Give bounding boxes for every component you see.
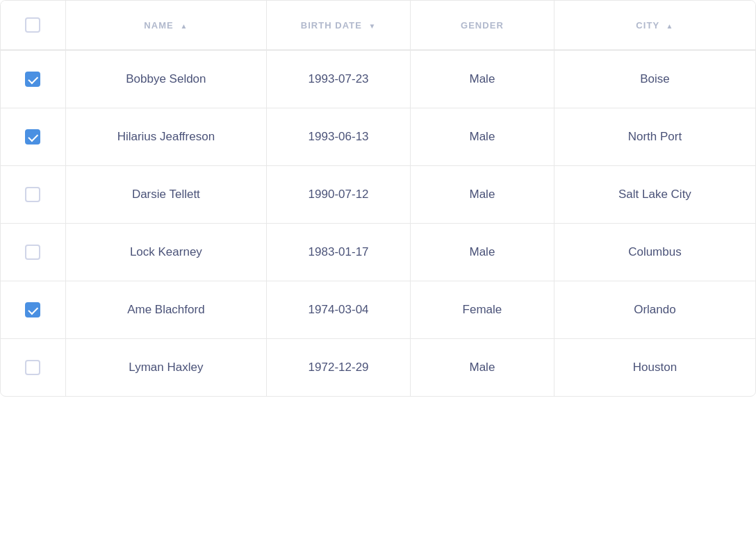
row-3-city: Salt Lake City <box>554 166 755 224</box>
row-1-gender: Male <box>411 50 554 108</box>
row-2-gender: Male <box>411 108 554 166</box>
row-3-gender: Male <box>411 166 554 224</box>
row-1-name: Bobbye Seldon <box>65 50 267 108</box>
row-4-city: Columbus <box>554 224 755 281</box>
city-header-label: CITY <box>636 20 659 31</box>
birth-date-column-header[interactable]: BIRTH DATE <box>267 1 411 50</box>
row-6-checkbox-cell <box>1 339 65 397</box>
table-row: Hilarius Jeaffreson1993-06-13MaleNorth P… <box>1 108 755 166</box>
select-all-header[interactable] <box>1 1 65 50</box>
row-2-city: North Port <box>554 108 755 166</box>
table-row: Bobbye Seldon1993-07-23MaleBoise <box>1 50 755 108</box>
birth-date-header-label: BIRTH DATE <box>301 20 362 31</box>
row-6-gender: Male <box>411 339 554 397</box>
row-5-checkbox-cell <box>1 281 65 339</box>
records-table: NAME BIRTH DATE GENDER CITY Bobbye Seldo… <box>1 1 755 396</box>
city-sort-icon <box>666 22 674 30</box>
row-5-checkbox[interactable] <box>25 302 40 317</box>
table-header-row: NAME BIRTH DATE GENDER CITY <box>1 1 755 50</box>
row-6-checkbox[interactable] <box>25 360 40 375</box>
city-column-header[interactable]: CITY <box>554 1 755 50</box>
row-4-birth-date: 1983-01-17 <box>267 224 411 281</box>
row-5-birth-date: 1974-03-04 <box>267 281 411 339</box>
name-sort-icon <box>180 22 188 30</box>
row-5-city: Orlando <box>554 281 755 339</box>
row-5-name: Ame Blachford <box>65 281 267 339</box>
row-1-checkbox[interactable] <box>25 72 40 87</box>
row-3-birth-date: 1990-07-12 <box>267 166 411 224</box>
row-3-checkbox-cell <box>1 166 65 224</box>
name-header-label: NAME <box>144 20 173 31</box>
row-6-name: Lyman Haxley <box>65 339 267 397</box>
row-6-city: Houston <box>554 339 755 397</box>
table-row: Lock Kearney1983-01-17MaleColumbus <box>1 224 755 281</box>
name-column-header[interactable]: NAME <box>65 1 267 50</box>
row-1-birth-date: 1993-07-23 <box>267 50 411 108</box>
table-row: Ame Blachford1974-03-04FemaleOrlando <box>1 281 755 339</box>
row-2-birth-date: 1993-06-13 <box>267 108 411 166</box>
select-all-checkbox[interactable] <box>25 17 40 33</box>
row-4-gender: Male <box>411 224 554 281</box>
row-2-name: Hilarius Jeaffreson <box>65 108 267 166</box>
row-3-checkbox[interactable] <box>25 187 40 202</box>
birth-sort-icon <box>369 22 377 30</box>
row-4-checkbox[interactable] <box>25 245 40 260</box>
gender-header-label: GENDER <box>461 20 504 31</box>
table-body: Bobbye Seldon1993-07-23MaleBoiseHilarius… <box>1 50 755 396</box>
data-table: NAME BIRTH DATE GENDER CITY Bobbye Seldo… <box>0 0 756 397</box>
row-1-city: Boise <box>554 50 755 108</box>
row-2-checkbox-cell <box>1 108 65 166</box>
row-5-gender: Female <box>411 281 554 339</box>
gender-column-header[interactable]: GENDER <box>411 1 554 50</box>
table-row: Darsie Tellett1990-07-12MaleSalt Lake Ci… <box>1 166 755 224</box>
row-4-checkbox-cell <box>1 224 65 281</box>
table-row: Lyman Haxley1972-12-29MaleHouston <box>1 339 755 397</box>
row-6-birth-date: 1972-12-29 <box>267 339 411 397</box>
row-4-name: Lock Kearney <box>65 224 267 281</box>
row-1-checkbox-cell <box>1 50 65 108</box>
row-2-checkbox[interactable] <box>25 129 40 145</box>
row-3-name: Darsie Tellett <box>65 166 267 224</box>
